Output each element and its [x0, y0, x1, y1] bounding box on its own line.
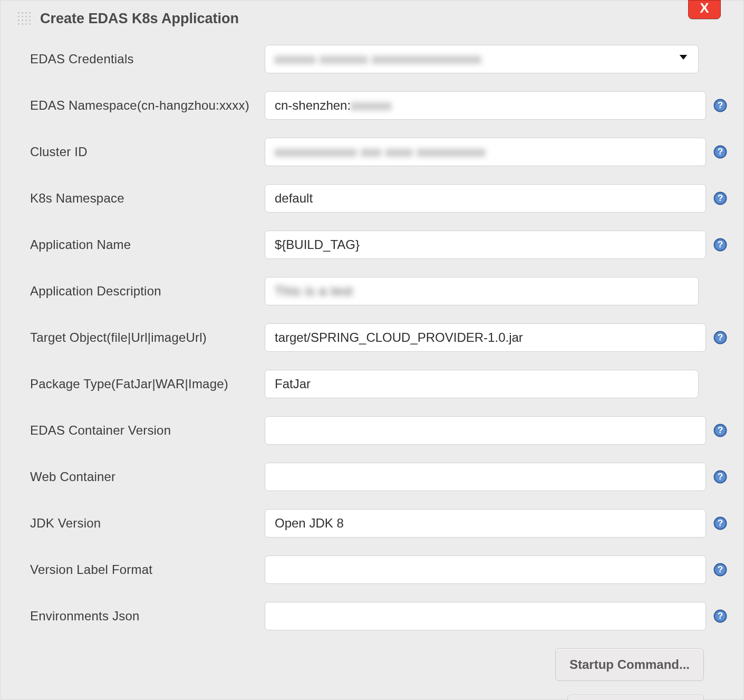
application-description-input[interactable]: This is a test: [265, 277, 699, 305]
container-version-input[interactable]: [265, 416, 706, 445]
label-k8s-namespace: K8s Namespace: [17, 191, 265, 206]
edas-credentials-value: xxxxxx xxxxxxx xxxxxxxxxxxxxxxx: [275, 45, 481, 73]
edas-namespace-hidden: xxxxxx: [351, 92, 392, 119]
svg-text:?: ?: [718, 332, 723, 342]
label-cluster-id: Cluster ID: [17, 145, 265, 159]
label-jdk-version: JDK Version: [17, 516, 265, 531]
startup-command-button[interactable]: Startup Command...: [555, 648, 704, 681]
svg-text:?: ?: [718, 564, 723, 574]
form: EDAS Credentials xxxxxx xxxxxxx xxxxxxxx…: [17, 45, 727, 700]
help-icon[interactable]: ?: [713, 563, 727, 577]
section-header: Create EDAS K8s Application: [17, 11, 727, 30]
target-object-input[interactable]: target/SPRING_CLOUD_PROVIDER-1.0.jar: [265, 323, 706, 352]
close-button[interactable]: X: [688, 0, 721, 19]
application-description-hidden: This is a test: [275, 277, 353, 305]
help-icon[interactable]: ?: [713, 470, 727, 484]
svg-text:?: ?: [718, 471, 723, 482]
label-edas-credentials: EDAS Credentials: [17, 52, 265, 66]
resource-quota-button[interactable]: Resource Quota...: [567, 695, 704, 700]
help-icon[interactable]: ?: [713, 331, 727, 344]
help-icon[interactable]: ?: [713, 424, 727, 437]
svg-text:?: ?: [718, 425, 723, 435]
k8s-namespace-input[interactable]: default: [265, 184, 706, 213]
label-application-description: Application Description: [17, 284, 265, 299]
label-target-object: Target Object(file|Url|imageUrl): [17, 330, 265, 345]
svg-text:?: ?: [718, 610, 723, 621]
svg-text:?: ?: [718, 517, 723, 528]
section-title: Create EDAS K8s Application: [40, 11, 239, 27]
action-buttons: Startup Command... Resource Quota... App…: [17, 648, 727, 700]
label-edas-namespace: EDAS Namespace(cn-hangzhou:xxxx): [17, 98, 265, 113]
help-icon[interactable]: ?: [713, 238, 727, 252]
version-label-format-input[interactable]: [265, 555, 706, 584]
help-icon[interactable]: ?: [713, 191, 727, 205]
edas-namespace-prefix: cn-shenzhen:: [275, 98, 351, 112]
label-application-name: Application Name: [17, 237, 265, 252]
svg-text:?: ?: [718, 146, 723, 157]
cluster-id-hidden: xxxxxxxxxxxx xxx xxxx xxxxxxxxxx: [275, 138, 486, 166]
label-package-type: Package Type(FatJar|WAR|Image): [17, 377, 265, 391]
environments-json-input[interactable]: [265, 602, 706, 630]
label-web-container: Web Container: [17, 469, 265, 484]
jdk-version-input[interactable]: Open JDK 8: [265, 509, 706, 538]
web-container-input[interactable]: [265, 463, 706, 491]
svg-text:?: ?: [718, 239, 723, 250]
package-type-input[interactable]: FatJar: [265, 370, 699, 398]
label-container-version: EDAS Container Version: [17, 423, 265, 438]
help-icon[interactable]: ?: [713, 609, 727, 623]
label-version-label-format: Version Label Format: [17, 562, 265, 577]
application-name-input[interactable]: ${BUILD_TAG}: [265, 231, 706, 259]
drag-handle-icon[interactable]: [17, 11, 33, 27]
edas-credentials-select[interactable]: xxxxxx xxxxxxx xxxxxxxxxxxxxxxx: [265, 45, 699, 73]
help-icon[interactable]: ?: [713, 145, 727, 159]
svg-text:?: ?: [718, 100, 723, 110]
label-environments-json: Environments Json: [17, 609, 265, 624]
help-icon[interactable]: ?: [713, 99, 727, 112]
edas-namespace-input[interactable]: cn-shenzhen:xxxxxx: [265, 91, 706, 120]
svg-text:?: ?: [718, 193, 723, 203]
create-edas-k8s-panel: X Create EDAS K8s Application EDAS Crede…: [0, 0, 744, 700]
cluster-id-input[interactable]: xxxxxxxxxxxx xxx xxxx xxxxxxxxxx: [265, 138, 706, 166]
help-icon[interactable]: ?: [713, 516, 727, 530]
